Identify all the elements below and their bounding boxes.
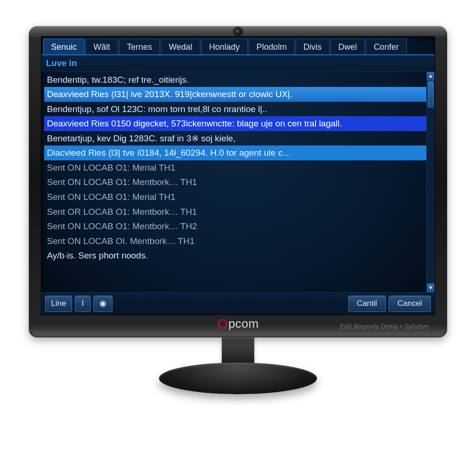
- screen: SenuicWâltTernesWedalHonladyPlodolmDivis…: [41, 36, 435, 315]
- time-icon-button[interactable]: ◉: [93, 296, 112, 312]
- log-list-wrapper: Bendentip, tw.183C; ref tre._oitierijs.D…: [41, 72, 435, 293]
- scrollbar[interactable]: ▲ ▼: [426, 72, 435, 293]
- scroll-up-button[interactable]: ▲: [427, 72, 434, 80]
- monitor-neck: [222, 337, 254, 365]
- log-row[interactable]: Deaxvieed Ries 0150 digecket, 573ickenwn…: [44, 116, 426, 131]
- line-button[interactable]: Line: [45, 296, 72, 312]
- scroll-track[interactable]: [427, 81, 435, 284]
- tab-confer[interactable]: Confer: [366, 39, 407, 54]
- tab-wâlt[interactable]: Wâlt: [86, 39, 118, 54]
- monitor-base: [159, 363, 317, 394]
- scroll-thumb[interactable]: [428, 81, 434, 107]
- log-row[interactable]: Sent ON LOCAB OI. Mentbork… TH1: [44, 234, 426, 249]
- log-row[interactable]: Benetartjup, kev Dig 1283C. sraf in 3※ s…: [44, 131, 426, 146]
- section-header: Luve in: [41, 55, 435, 72]
- camera-lens-icon: [235, 29, 241, 35]
- monitor-frame: SenuicWâltTernesWedalHonladyPlodolmDivis…: [29, 26, 447, 394]
- tab-ternes[interactable]: Ternes: [119, 39, 160, 54]
- footer-bar: Line I ◉ Cantil Cancel: [41, 292, 435, 315]
- log-row[interactable]: Sent ON LOCAB O1: Mentbork… TH2: [44, 219, 426, 234]
- log-row[interactable]: Sent ON LOCAB O1: Mentbork… TH1: [44, 175, 426, 190]
- scroll-down-button[interactable]: ▼: [427, 284, 434, 292]
- log-row[interactable]: Sent ON LOCAB O1: Merial TH1: [44, 190, 426, 205]
- brand-dot-icon: O: [217, 316, 228, 331]
- bezel: SenuicWâltTernesWedalHonladyPlodolmDivis…: [29, 26, 447, 337]
- cursor-button[interactable]: I: [75, 296, 91, 312]
- tab-honlady[interactable]: Honlady: [201, 39, 248, 54]
- log-row[interactable]: Sent OR LOCAB O1: Mentbork… TH1: [44, 205, 426, 219]
- cantil-button[interactable]: Cantil: [348, 296, 386, 312]
- tab-plodolm[interactable]: Plodolm: [249, 39, 295, 54]
- log-row[interactable]: Deaxvieed Ries (l31| ive 2013X. 919|cken…: [44, 87, 426, 102]
- log-row[interactable]: Diacvieed Ries (l3| tve í0184, 14ł_60294…: [44, 145, 426, 160]
- tab-senuic[interactable]: Senuic: [43, 39, 85, 54]
- tab-divis[interactable]: Divis: [296, 39, 330, 54]
- cancel-button[interactable]: Cancel: [389, 296, 431, 312]
- brand-name: pcom: [228, 317, 259, 331]
- log-row[interactable]: Bendentjup, sof Ol 123C: mom torn trel,8…: [44, 102, 426, 117]
- log-row[interactable]: Bendentip, tw.183C; ref tre._oitierijs.: [44, 73, 426, 87]
- tab-dwel[interactable]: Dwel: [331, 39, 365, 54]
- tab-wedal[interactable]: Wedal: [161, 39, 200, 54]
- log-list[interactable]: Bendentip, tw.183C; ref tre._oitierijs.D…: [41, 72, 426, 293]
- watermark-text: Edd Berponly Detrip • Sylsetve: [340, 323, 429, 330]
- log-row[interactable]: Sent ON LOCAB O1: Merial TH1: [44, 160, 426, 175]
- tab-bar: SenuicWâltTernesWedalHonladyPlodolmDivis…: [41, 37, 435, 55]
- log-row[interactable]: Ay/b·is. Sers phort noods.: [44, 248, 426, 263]
